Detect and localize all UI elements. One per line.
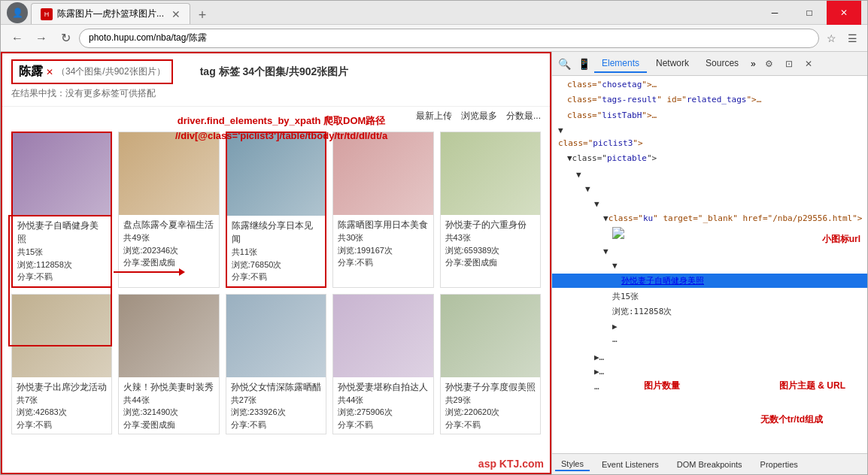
image-views: 浏览:202346次 bbox=[123, 244, 214, 257]
html-tree-line[interactable]: 孙悦妻子自晒健身美照 bbox=[552, 274, 867, 289]
image-info: 孙悦妻子出席沙龙活动共7张浏览:42683次分享:不羁 bbox=[12, 377, 111, 434]
image-item[interactable]: 孙悦妻子出席沙龙活动共7张浏览:42683次分享:不羁 bbox=[11, 294, 112, 435]
devtools-more-tabs[interactable]: » bbox=[748, 56, 759, 72]
devtools-bottom-tab-properties[interactable]: Properties bbox=[754, 458, 804, 470]
profile-button[interactable]: 👤 bbox=[7, 2, 28, 23]
minimize-button[interactable]: ─ bbox=[757, 1, 792, 25]
image-thumbnail bbox=[12, 295, 111, 377]
image-thumbnail bbox=[119, 295, 218, 377]
image-count: 共7张 bbox=[17, 394, 107, 407]
image-thumbnail bbox=[333, 132, 432, 215]
tab-close-button[interactable]: ✕ bbox=[171, 8, 181, 20]
image-grid: 孙悦妻子自晒健身美照共15张浏览:112858次分享:不羁盘点陈露今夏幸福生活共… bbox=[2, 126, 550, 440]
html-tree-line[interactable]: ▶… bbox=[552, 350, 867, 365]
window-controls: ─ □ ✕ bbox=[757, 1, 861, 25]
devtools-tab-elements[interactable]: Elements bbox=[594, 55, 647, 73]
image-title: 孙悦妻子分享度假美照 bbox=[445, 380, 536, 394]
devtools-bottom-tab-styles[interactable]: Styles bbox=[555, 458, 590, 471]
html-tree-line[interactable]: ▶… bbox=[552, 319, 867, 347]
search-hint: 在结果中找：没有更多标签可供搭配 bbox=[11, 88, 156, 98]
image-thumbnail bbox=[119, 132, 218, 215]
image-title: 孙悦妻子的六重身份 bbox=[445, 218, 536, 231]
devtools-dock-button[interactable]: ⊡ bbox=[780, 55, 798, 73]
html-tree-line[interactable]: ▼class="ku" target="_blank" href="/nba/p… bbox=[552, 211, 867, 226]
html-tree-line[interactable]: ▼ bbox=[552, 259, 867, 274]
devtools-toolbar: 🔍 📱 Elements Network Sources » ⚙ ⊡ ✕ bbox=[552, 52, 867, 76]
new-tab-button[interactable]: + bbox=[193, 6, 211, 24]
image-views: 浏览:275906次 bbox=[338, 406, 428, 419]
page-content: 陈露 ✕ （34个图集/共902张图片） tag 标签 34个图集/共902张图… bbox=[1, 52, 551, 474]
image-count: 共29张 bbox=[445, 394, 536, 407]
html-tree-line[interactable]: ▶… bbox=[552, 365, 867, 380]
devtools-tab-network[interactable]: Network bbox=[648, 55, 697, 73]
devtools-inspect-button[interactable]: 🔍 bbox=[555, 55, 573, 73]
close-button[interactable]: ✕ bbox=[827, 1, 861, 25]
pic-theme-annotation: 图片主题 & URL bbox=[779, 380, 845, 392]
image-views: 浏览:199167次 bbox=[338, 244, 428, 257]
image-title: 陈露晒图享用日本美食 bbox=[338, 218, 428, 231]
main-content: 陈露 ✕ （34个图集/共902张图片） tag 标签 34个图集/共902张图… bbox=[1, 52, 867, 474]
xpath-annotation: driver.find_elements_by_xpath 爬取DOM路径 //… bbox=[175, 113, 387, 143]
menu-button[interactable]: ☰ bbox=[843, 29, 861, 47]
devtools-bottom-bar: Styles Event Listeners DOM Breakpoints P… bbox=[552, 453, 867, 474]
image-shares: 分享:爱图成痴 bbox=[123, 419, 214, 431]
image-item[interactable]: 盘点陈露今夏幸福生活共49张浏览:202346次分享:爱图成痴 bbox=[118, 132, 219, 288]
devtools-bottom-tab-events[interactable]: Event Listeners bbox=[596, 458, 665, 470]
image-info: 陈露继续分享日本见闻共11张浏览:76850次分享:不羁 bbox=[227, 216, 325, 286]
refresh-button[interactable]: ↻ bbox=[55, 28, 76, 49]
image-item[interactable]: 孙悦妻子自晒健身美照共15张浏览:112858次分享:不羁 bbox=[11, 132, 112, 288]
address-bar[interactable] bbox=[79, 29, 819, 48]
html-tree-line[interactable]: class="chosetag">… bbox=[552, 77, 867, 92]
forward-button[interactable]: → bbox=[31, 28, 52, 49]
tag-close-icon[interactable]: ✕ bbox=[46, 67, 53, 77]
tag-name: 陈露 bbox=[19, 64, 43, 80]
devtools-close-button[interactable]: ✕ bbox=[800, 55, 818, 73]
tag-line: 陈露 ✕ （34个图集/共902张图片） tag 标签 34个图集/共902张图… bbox=[11, 59, 541, 84]
tag-info: （34个图集/共902张图片） bbox=[56, 65, 165, 78]
title-bar: 👤 H 陈露图片—虎扑篮球图片... ✕ + ─ □ ✕ bbox=[1, 1, 867, 25]
image-item[interactable]: 陈露继续分享日本见闻共11张浏览:76850次分享:不羁 bbox=[226, 132, 326, 288]
image-item[interactable]: 火辣！孙悦美妻时装秀共44张浏览:321490次分享:爱图成痴 bbox=[118, 294, 219, 435]
sort-newest[interactable]: 最新上传 bbox=[416, 110, 452, 123]
html-tree-line[interactable]: ▼class="pictable"> bbox=[552, 151, 867, 166]
html-tree-line[interactable]: class="listTabH">… bbox=[552, 108, 867, 123]
maximize-button[interactable]: □ bbox=[792, 1, 827, 25]
html-tree-line[interactable]: ▼ bbox=[552, 182, 867, 197]
watermark: asp KTJ.com bbox=[478, 458, 544, 470]
image-title: 盘点陈露今夏幸福生活 bbox=[123, 218, 214, 231]
image-count: 共11张 bbox=[232, 246, 320, 259]
active-tab[interactable]: H 陈露图片—虎扑篮球图片... ✕ bbox=[31, 3, 190, 24]
back-button[interactable]: ← bbox=[7, 28, 28, 49]
html-tree-line[interactable]: 共15张 bbox=[552, 289, 867, 304]
image-item[interactable]: 孙悦爱妻堪称自拍达人共44张浏览:275906次分享:不羁 bbox=[332, 294, 433, 435]
image-count: 共49张 bbox=[123, 231, 214, 244]
image-title: 火辣！孙悦美妻时装秀 bbox=[123, 380, 214, 394]
image-shares: 分享:不羁 bbox=[338, 256, 428, 269]
devtools-tab-sources[interactable]: Sources bbox=[698, 55, 746, 73]
html-tree-line[interactable]: 浏览:112858次 bbox=[552, 304, 867, 319]
html-tree-line[interactable]: class="tags-result" id="related_tags">… bbox=[552, 92, 867, 107]
tag-description: tag 标签 34个图集/共902张图片 bbox=[200, 65, 349, 79]
sort-most-viewed[interactable]: 浏览最多 bbox=[461, 110, 497, 123]
image-shares: 分享:不羁 bbox=[232, 271, 320, 283]
devtools-device-button[interactable]: 📱 bbox=[575, 55, 593, 73]
image-item[interactable]: 陈露晒图享用日本美食共30张浏览:199167次分享:不羁 bbox=[332, 132, 433, 288]
devtools-settings-button[interactable]: ⚙ bbox=[760, 55, 778, 73]
image-item[interactable]: 孙悦妻子的六重身份共43张浏览:659389次分享:爱图成痴 bbox=[440, 132, 541, 288]
devtools-bottom-tab-breakpoints[interactable]: DOM Breakpoints bbox=[671, 458, 748, 470]
page-header: 陈露 ✕ （34个图集/共902张图片） tag 标签 34个图集/共902张图… bbox=[2, 53, 550, 107]
image-thumbnail bbox=[226, 295, 326, 377]
image-info: 盘点陈露今夏幸福生活共49张浏览:202346次分享:爱图成痴 bbox=[119, 215, 218, 272]
image-shares: 分享:不羁 bbox=[445, 419, 536, 431]
sort-score[interactable]: 分数最... bbox=[506, 110, 541, 123]
image-views: 浏览:659389次 bbox=[445, 244, 536, 257]
bookmark-button[interactable]: ☆ bbox=[822, 29, 840, 47]
html-tree-line[interactable]: ▼class="piclist3"> bbox=[552, 123, 867, 151]
html-tree-line[interactable]: ▼ bbox=[552, 197, 867, 212]
html-tree-line[interactable]: ▼ bbox=[552, 168, 867, 183]
search-row: 在结果中找：没有更多标签可供搭配 bbox=[11, 87, 541, 100]
browser-window: 👤 H 陈露图片—虎扑篮球图片... ✕ + ─ □ ✕ ← → ↻ ☆ ☰ bbox=[0, 0, 868, 475]
image-views: 浏览:321490次 bbox=[123, 406, 214, 419]
image-item[interactable]: 孙悦妻子分享度假美照共29张浏览:220620次分享:不羁 bbox=[440, 294, 541, 435]
image-item[interactable]: 孙悦父女情深陈露晒醋共27张浏览:233926次分享:不羁 bbox=[226, 294, 326, 435]
